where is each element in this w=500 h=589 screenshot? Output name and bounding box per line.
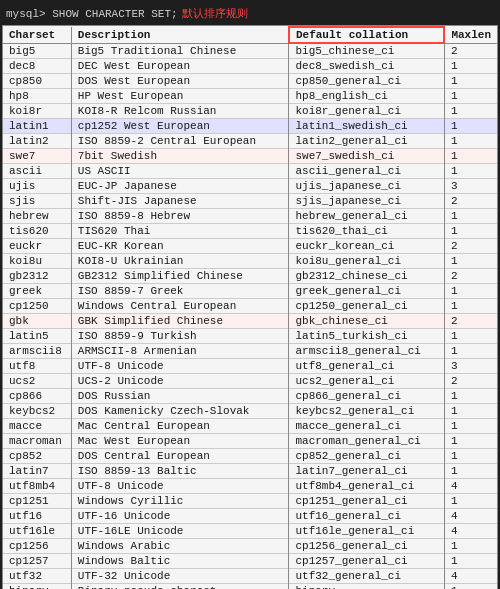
cell-maxlen: 1 xyxy=(444,74,497,89)
cell-charset: cp852 xyxy=(3,449,71,464)
cell-maxlen: 1 xyxy=(444,59,497,74)
cell-charset: utf16le xyxy=(3,524,71,539)
cell-charset: latin5 xyxy=(3,329,71,344)
table-row: ujisEUC-JP Japaneseujis_japanese_ci3 xyxy=(3,179,497,194)
cell-charset: cp866 xyxy=(3,389,71,404)
cell-charset: big5 xyxy=(3,43,71,59)
cell-collation: latin2_general_ci xyxy=(289,134,444,149)
cell-maxlen: 4 xyxy=(444,479,497,494)
table-row: ucs2UCS-2 Unicodeucs2_general_ci2 xyxy=(3,374,497,389)
cell-charset: keybcs2 xyxy=(3,404,71,419)
cell-collation: ujis_japanese_ci xyxy=(289,179,444,194)
cell-description: UTF-16 Unicode xyxy=(71,509,289,524)
table-row: cp852DOS Central Europeancp852_general_c… xyxy=(3,449,497,464)
cell-collation: armscii8_general_ci xyxy=(289,344,444,359)
table-row: gbkGBK Simplified Chinesegbk_chinese_ci2 xyxy=(3,314,497,329)
cell-charset: ascii xyxy=(3,164,71,179)
table-row: cp1256Windows Arabiccp1256_general_ci1 xyxy=(3,539,497,554)
cell-maxlen: 4 xyxy=(444,569,497,584)
table-row: euckrEUC-KR Koreaneuckr_korean_ci2 xyxy=(3,239,497,254)
cell-collation: cp852_general_ci xyxy=(289,449,444,464)
cell-description: ISO 8859-8 Hebrew xyxy=(71,209,289,224)
cell-maxlen: 1 xyxy=(444,329,497,344)
cell-maxlen: 1 xyxy=(444,389,497,404)
cell-maxlen: 1 xyxy=(444,344,497,359)
cell-maxlen: 4 xyxy=(444,509,497,524)
cell-description: Windows Cyrillic xyxy=(71,494,289,509)
cell-maxlen: 2 xyxy=(444,239,497,254)
cell-description: 7bit Swedish xyxy=(71,149,289,164)
cell-collation: macroman_general_ci xyxy=(289,434,444,449)
cell-description: GB2312 Simplified Chinese xyxy=(71,269,289,284)
cell-description: KOI8-U Ukrainian xyxy=(71,254,289,269)
table-row: keybcs2DOS Kamenicky Czech-Slovakkeybcs2… xyxy=(3,404,497,419)
annotation-label: 默认排序规则 xyxy=(182,6,248,21)
table-row: utf16UTF-16 Unicodeutf16_general_ci4 xyxy=(3,509,497,524)
table-row: tis620TIS620 Thaitis620_thai_ci1 xyxy=(3,224,497,239)
cell-charset: koi8r xyxy=(3,104,71,119)
cell-maxlen: 1 xyxy=(444,584,497,590)
cell-maxlen: 1 xyxy=(444,149,497,164)
cell-collation: big5_chinese_ci xyxy=(289,43,444,59)
cell-maxlen: 2 xyxy=(444,314,497,329)
cell-collation: cp1257_general_ci xyxy=(289,554,444,569)
cell-charset: ujis xyxy=(3,179,71,194)
cell-collation: euckr_korean_ci xyxy=(289,239,444,254)
cell-collation: cp1256_general_ci xyxy=(289,539,444,554)
cell-collation: cp1250_general_ci xyxy=(289,299,444,314)
cell-description: US ASCII xyxy=(71,164,289,179)
cell-description: Mac Central European xyxy=(71,419,289,434)
cell-maxlen: 4 xyxy=(444,524,497,539)
table-row: koi8uKOI8-U Ukrainiankoi8u_general_ci1 xyxy=(3,254,497,269)
cell-description: Mac West European xyxy=(71,434,289,449)
cell-collation: gb2312_chinese_ci xyxy=(289,269,444,284)
table-row: greekISO 8859-7 Greekgreek_general_ci1 xyxy=(3,284,497,299)
cell-collation: utf16le_general_ci xyxy=(289,524,444,539)
cell-collation: greek_general_ci xyxy=(289,284,444,299)
cell-maxlen: 1 xyxy=(444,434,497,449)
cell-charset: armscii8 xyxy=(3,344,71,359)
cell-charset: cp1257 xyxy=(3,554,71,569)
cell-charset: hp8 xyxy=(3,89,71,104)
cell-collation: koi8r_general_ci xyxy=(289,104,444,119)
cell-description: ISO 8859-7 Greek xyxy=(71,284,289,299)
cell-charset: macroman xyxy=(3,434,71,449)
cell-maxlen: 2 xyxy=(444,43,497,59)
cell-description: DOS Russian xyxy=(71,389,289,404)
cell-charset: utf8 xyxy=(3,359,71,374)
cell-charset: greek xyxy=(3,284,71,299)
cell-charset: macce xyxy=(3,419,71,434)
cell-collation: macce_general_ci xyxy=(289,419,444,434)
cell-description: Windows Arabic xyxy=(71,539,289,554)
table-header: Charset Description Default collation Ma… xyxy=(3,27,497,43)
cell-collation: ascii_general_ci xyxy=(289,164,444,179)
cell-description: DOS Kamenicky Czech-Slovak xyxy=(71,404,289,419)
cell-collation: latin1_swedish_ci xyxy=(289,119,444,134)
cell-maxlen: 1 xyxy=(444,134,497,149)
cell-charset: utf8mb4 xyxy=(3,479,71,494)
cell-maxlen: 1 xyxy=(444,89,497,104)
table-row: asciiUS ASCIIascii_general_ci1 xyxy=(3,164,497,179)
cell-collation: cp866_general_ci xyxy=(289,389,444,404)
prompt-text: mysql> SHOW CHARACTER SET; xyxy=(6,8,178,20)
cell-maxlen: 1 xyxy=(444,494,497,509)
table-row: latin2ISO 8859-2 Central Europeanlatin2_… xyxy=(3,134,497,149)
cell-charset: cp1256 xyxy=(3,539,71,554)
cell-charset: ucs2 xyxy=(3,374,71,389)
cell-description: UTF-8 Unicode xyxy=(71,359,289,374)
cell-charset: utf32 xyxy=(3,569,71,584)
table-row: latin7ISO 8859-13 Balticlatin7_general_c… xyxy=(3,464,497,479)
cell-charset: gb2312 xyxy=(3,269,71,284)
cell-maxlen: 1 xyxy=(444,119,497,134)
table-row: swe77bit Swedishswe7_swedish_ci1 xyxy=(3,149,497,164)
cell-collation: utf16_general_ci xyxy=(289,509,444,524)
cell-description: GBK Simplified Chinese xyxy=(71,314,289,329)
cell-description: DEC West European xyxy=(71,59,289,74)
cell-collation: sjis_japanese_ci xyxy=(289,194,444,209)
cell-collation: swe7_swedish_ci xyxy=(289,149,444,164)
cell-description: UTF-32 Unicode xyxy=(71,569,289,584)
table-row: cp1257Windows Balticcp1257_general_ci1 xyxy=(3,554,497,569)
cell-description: cp1252 West European xyxy=(71,119,289,134)
cell-charset: cp1250 xyxy=(3,299,71,314)
table-row: cp1251Windows Cyrilliccp1251_general_ci1 xyxy=(3,494,497,509)
